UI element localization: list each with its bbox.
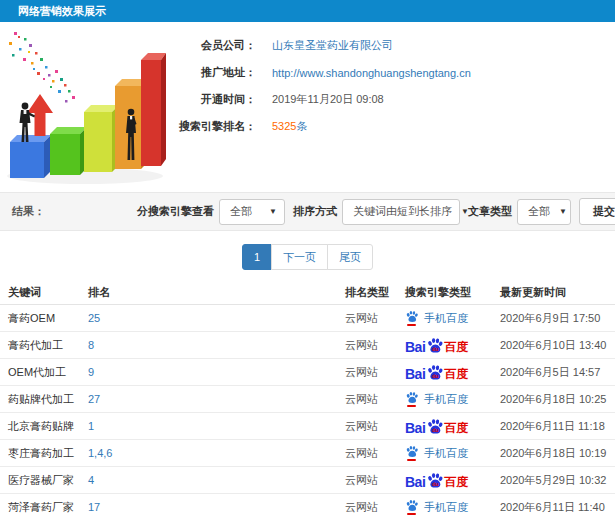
baidu-paw-icon: du xyxy=(426,364,444,381)
info-label: 开通时间： xyxy=(168,92,256,107)
info-value[interactable]: http://www.shandonghuangshengtang.cn xyxy=(272,67,471,79)
growth-chart-illustration xyxy=(0,26,168,188)
red-underline xyxy=(407,513,416,515)
rank-type-cell: 云网站 xyxy=(345,338,405,353)
table-row: 医疗器械厂家 4 云网站 Bai du 百度 202 xyxy=(0,467,615,494)
engine-cell: Bai du 百度 xyxy=(405,472,500,489)
engine-cell: Bai du 百度 xyxy=(405,364,500,381)
select-value: 全部 xyxy=(528,204,550,219)
bar-red xyxy=(141,53,166,166)
table-row: 药贴牌代加工 27 云网站 手机百度 xyxy=(0,386,615,413)
article-type-filter-select[interactable]: 全部 ▼ xyxy=(517,199,571,225)
info-value-suffix: 条 xyxy=(296,120,307,132)
page-title: 网络营销效果展示 xyxy=(18,5,106,17)
filter-label: 文章类型 xyxy=(468,204,512,219)
keyword-cell: 膏药OEM xyxy=(8,311,88,326)
engine-cell: 手机百度 xyxy=(405,445,500,461)
filter-bar: 结果： 分搜索引擎查看 全部 ▼ 排序方式 关键词由短到长排序 ▼ 文章类型 全… xyxy=(0,192,615,231)
bar-yellow xyxy=(84,105,119,172)
baidu-logo: Bai du 百度 xyxy=(405,418,468,435)
info-label: 会员公司： xyxy=(168,38,256,53)
mobile-baidu-logo: 手机百度 xyxy=(405,499,468,515)
info-label: 推广地址： xyxy=(168,65,256,80)
confetti-dots xyxy=(9,32,75,103)
red-underline xyxy=(407,405,416,407)
baidu-logo-bai-text: Bai xyxy=(405,475,425,489)
result-label: 结果： xyxy=(12,204,45,219)
mobile-baidu-logo: 手机百度 xyxy=(405,445,468,461)
rank-link[interactable]: 25 xyxy=(88,312,345,324)
col-rank-type: 排名类型 xyxy=(345,285,405,300)
engine-cell: 手机百度 xyxy=(405,310,500,326)
last-page-button[interactable]: 尾页 xyxy=(327,244,373,270)
filter-label: 分搜索引擎查看 xyxy=(137,204,214,219)
rank-link[interactable]: 4 xyxy=(88,474,345,486)
baidu-logo-bai-text: Bai xyxy=(405,367,425,381)
engine-label: 手机百度 xyxy=(424,500,468,515)
col-rank: 排名 xyxy=(88,285,345,300)
chevron-down-icon: ▼ xyxy=(559,207,567,216)
rank-link[interactable]: 17 xyxy=(88,501,345,513)
keyword-rank-table: 关键词 排名 排名类型 搜索引擎类型 最新更新时间 膏药OEM 25 云网站 xyxy=(0,280,615,520)
rank-link[interactable]: 27 xyxy=(88,393,345,405)
baidu-logo-cn-text: 百度 xyxy=(444,368,468,381)
baidu-logo-cn-text: 百度 xyxy=(444,476,468,489)
red-underline xyxy=(407,324,416,326)
svg-text:du: du xyxy=(432,480,438,486)
rank-link[interactable]: 8 xyxy=(88,339,345,351)
keyword-cell: 医疗器械厂家 xyxy=(8,473,88,488)
rank-type-cell: 云网站 xyxy=(345,500,405,515)
baidu-logo-cn-text: 百度 xyxy=(444,341,468,354)
keyword-cell: 北京膏药贴牌 xyxy=(8,419,88,434)
rank-link[interactable]: 9 xyxy=(88,366,345,378)
baidu-logo: Bai du 百度 xyxy=(405,472,468,489)
svg-text:du: du xyxy=(432,372,438,378)
filters: 分搜索引擎查看 全部 ▼ 排序方式 关键词由短到长排序 ▼ 文章类型 全部 ▼ … xyxy=(129,198,615,225)
keyword-cell: 枣庄膏药加工 xyxy=(8,446,88,461)
engine-cell: 手机百度 xyxy=(405,499,500,515)
rank-link[interactable]: 1,4,6 xyxy=(88,447,345,459)
baidu-paw-icon xyxy=(405,499,419,512)
svg-text:du: du xyxy=(432,345,438,351)
info-value[interactable]: 5325条 xyxy=(272,119,307,134)
rank-link[interactable]: 1 xyxy=(88,420,345,432)
info-row: 搜索引擎排名： 5325条 xyxy=(168,113,615,140)
baidu-paw-icon xyxy=(405,391,419,404)
engine-label: 手机百度 xyxy=(424,311,468,326)
updated-cell: 2020年6月18日 10:19 xyxy=(500,446,615,461)
updated-cell: 2020年6月18日 10:25 xyxy=(500,392,615,407)
baidu-logo: Bai du 百度 xyxy=(405,364,468,381)
engine-cell: Bai du 百度 xyxy=(405,418,500,435)
info-value[interactable]: 山东皇圣堂药业有限公司 xyxy=(272,38,393,53)
next-page-button[interactable]: 下一页 xyxy=(271,244,328,270)
updated-cell: 2020年5月29日 10:32 xyxy=(500,473,615,488)
updated-cell: 2020年6月11日 11:40 xyxy=(500,500,615,515)
info-value: 2019年11月20日 09:08 xyxy=(272,92,384,107)
3d-bar-chart-image xyxy=(0,26,168,188)
col-keyword: 关键词 xyxy=(8,285,88,300)
baidu-paw-icon: du xyxy=(426,472,444,489)
info-row: 推广地址： http://www.shandonghuangshengtang.… xyxy=(168,59,615,86)
baidu-paw-icon: du xyxy=(426,418,444,435)
baidu-logo-bai-text: Bai xyxy=(405,340,425,354)
member-info: 会员公司： 山东皇圣堂药业有限公司 推广地址： http://www.shand… xyxy=(168,22,615,190)
table-row: 膏药代加工 8 云网站 Bai du 百度 2020 xyxy=(0,332,615,359)
rank-type-cell: 云网站 xyxy=(345,392,405,407)
page-header: 网络营销效果展示 xyxy=(0,0,615,22)
engine-label: 手机百度 xyxy=(424,392,468,407)
table-row: 枣庄膏药加工 1,4,6 云网站 手机百 xyxy=(0,440,615,467)
baidu-logo: Bai du 百度 xyxy=(405,337,468,354)
submit-button[interactable]: 提交 xyxy=(579,198,615,225)
engine-filter-select[interactable]: 全部 ▼ xyxy=(219,199,285,225)
page-1-button[interactable]: 1 xyxy=(242,244,272,270)
sort-filter-select[interactable]: 关键词由短到长排序 ▼ xyxy=(342,199,460,225)
svg-text:du: du xyxy=(432,426,438,432)
info-label: 搜索引擎排名： xyxy=(168,119,256,134)
bar-green xyxy=(50,127,87,175)
filter-label: 排序方式 xyxy=(293,204,337,219)
engine-cell: Bai du 百度 xyxy=(405,337,500,354)
table-header-row: 关键词 排名 排名类型 搜索引擎类型 最新更新时间 xyxy=(0,280,615,305)
baidu-paw-icon xyxy=(405,310,419,323)
table-row: 膏药OEM 25 云网站 手机百度 xyxy=(0,305,615,332)
baidu-logo-cn-text: 百度 xyxy=(444,422,468,435)
